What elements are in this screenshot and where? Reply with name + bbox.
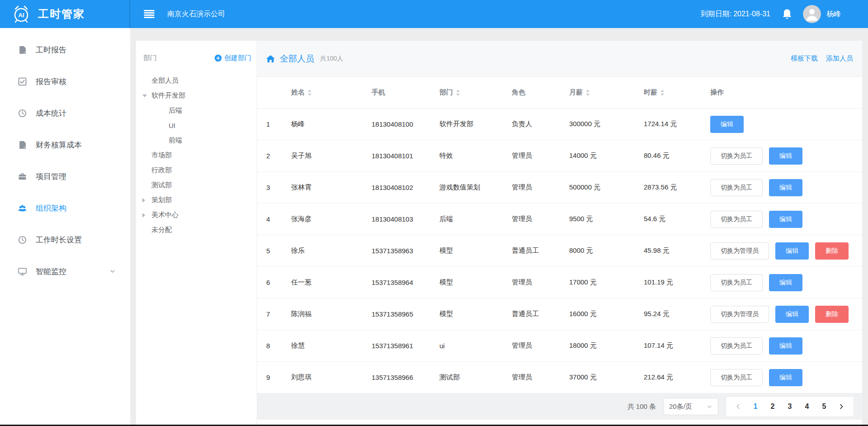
- employee-hourly-salary: 2873.56 元: [644, 183, 710, 192]
- employee-phone: 15371358965: [372, 310, 439, 318]
- tree-item[interactable]: 行政部: [142, 163, 251, 178]
- edit-button[interactable]: 编辑: [769, 211, 802, 228]
- employee-name: 徐乐: [291, 246, 372, 255]
- app-title: 工时管家: [38, 7, 85, 21]
- edit-button[interactable]: 编辑: [769, 369, 802, 386]
- tree-item[interactable]: 后端: [142, 103, 251, 118]
- employee-name: 吴子旭: [291, 151, 372, 160]
- tree-item[interactable]: 前端: [142, 133, 251, 148]
- switch-to-employee-button[interactable]: 切换为员工: [710, 211, 763, 228]
- delete-button[interactable]: 删除: [815, 242, 849, 260]
- tree-item-label: 全部人员: [151, 76, 179, 85]
- tree-item-label: 市场部: [151, 151, 172, 160]
- work-hours-icon: [18, 236, 27, 244]
- switch-to-employee-button[interactable]: 切换为员工: [710, 274, 763, 291]
- switch-to-employee-button[interactable]: 切换为员工: [710, 179, 763, 196]
- edit-button[interactable]: 编辑: [775, 306, 809, 323]
- employee-role: 管理员: [512, 278, 569, 287]
- prev-page-button[interactable]: [730, 403, 747, 410]
- delete-button[interactable]: 删除: [815, 306, 849, 323]
- row-index: 8: [266, 342, 291, 350]
- svg-text:AI: AI: [19, 12, 24, 19]
- cost-stats-icon: [18, 109, 27, 118]
- column-header-时薪[interactable]: 时薪: [644, 88, 710, 97]
- employee-monthly-salary: 16000 元: [569, 310, 644, 318]
- create-department-button[interactable]: 创建部门: [214, 54, 251, 62]
- app-window: AI 工时管家 南京火石演示公司 到期日期:2021-08-31 杨峰 工时报告…: [0, 0, 868, 426]
- switch-to-employee-button[interactable]: 切换为员工: [710, 369, 763, 386]
- sort-carets-icon[interactable]: [660, 89, 665, 96]
- switch-to-admin-button[interactable]: 切换为管理员: [710, 306, 769, 323]
- switch-to-employee-button[interactable]: 切换为员工: [710, 337, 763, 355]
- expiry-date: 到期日期:2021-08-31: [699, 9, 770, 19]
- tree-item[interactable]: 市场部: [142, 148, 251, 163]
- avatar[interactable]: [803, 5, 821, 23]
- edit-button[interactable]: 编辑: [769, 179, 802, 196]
- employee-phone: 18130408103: [372, 215, 439, 223]
- sort-carets-icon[interactable]: [307, 89, 312, 96]
- page-button-4[interactable]: 4: [798, 402, 816, 411]
- page-button-1[interactable]: 1: [747, 402, 764, 411]
- finance-icon: [18, 141, 27, 149]
- employee-monthly-salary: 18000 元: [569, 341, 644, 350]
- tree-item-label: 后端: [169, 106, 182, 115]
- tree-item[interactable]: 软件开发部: [142, 88, 251, 103]
- records-total: 共 100 条: [627, 402, 656, 411]
- department-panel: 部门 创建部门 全部人员 软件开发部 后端 UI 前端 市场部 行政部 测试部: [136, 41, 257, 426]
- edit-button[interactable]: 编辑: [769, 337, 802, 355]
- tree-expand-arrow-icon: [142, 93, 151, 99]
- add-person-link[interactable]: 添加人员: [826, 54, 853, 63]
- column-header-部门[interactable]: 部门: [439, 88, 512, 97]
- tree-item[interactable]: 美术中心: [142, 208, 251, 222]
- bell-icon[interactable]: [782, 9, 792, 19]
- sort-carets-icon[interactable]: [456, 89, 460, 96]
- employee-name: 任一葱: [291, 278, 372, 287]
- edit-button[interactable]: 编辑: [775, 242, 809, 260]
- employee-monthly-salary: 500000 元: [569, 183, 644, 192]
- sidebar-item-work-hours[interactable]: 工作时长设置: [0, 224, 130, 256]
- hamburger-menu-icon[interactable]: [144, 10, 155, 18]
- sort-carets-icon[interactable]: [585, 89, 590, 96]
- user-name[interactable]: 杨峰: [826, 9, 841, 19]
- sidebar-item-finance[interactable]: 财务核算成本: [0, 129, 130, 161]
- sidebar-item-cost-stats[interactable]: 成本统计: [0, 97, 130, 129]
- chevron-down-icon: [109, 268, 116, 275]
- row-actions: 切换为员工编辑: [710, 147, 853, 165]
- page-button-2[interactable]: 2: [764, 402, 781, 411]
- row-actions: 切换为员工编辑: [710, 211, 853, 228]
- sidebar-item-label: 工时报告: [36, 45, 66, 55]
- sidebar-item-project[interactable]: 项目管理: [0, 161, 130, 192]
- sidebar-item-monitor[interactable]: 智能监控: [0, 256, 130, 287]
- tree-item[interactable]: 未分配: [142, 222, 251, 237]
- page-size-select[interactable]: 20条/页: [663, 398, 718, 415]
- sidebar-item-label: 工作时长设置: [36, 235, 82, 245]
- tree-item-label: 软件开发部: [151, 91, 185, 100]
- next-page-button[interactable]: [833, 403, 850, 410]
- employee-role: 普通员工: [512, 246, 569, 255]
- switch-to-employee-button[interactable]: 切换为员工: [710, 147, 763, 165]
- sidebar-item-org[interactable]: 组织架构: [0, 192, 130, 224]
- edit-button[interactable]: 编辑: [710, 116, 744, 133]
- sidebar-item-report[interactable]: 工时报告: [0, 34, 130, 66]
- table-row: 8 徐慧 15371358961 ui 管理员 18000 元 107.14 元…: [257, 330, 862, 362]
- column-header-月薪[interactable]: 月薪: [569, 88, 644, 97]
- switch-to-admin-button[interactable]: 切换为管理员: [710, 242, 769, 260]
- employee-name: 陈润福: [291, 310, 372, 318]
- edit-button[interactable]: 编辑: [769, 147, 802, 165]
- template-download-link[interactable]: 模板下载: [791, 54, 818, 63]
- tree-item[interactable]: 策划部: [142, 193, 251, 208]
- employee-role: 管理员: [512, 183, 569, 192]
- page-button-3[interactable]: 3: [781, 402, 798, 411]
- home-icon[interactable]: [266, 55, 275, 63]
- employee-name: 张海彦: [291, 215, 372, 223]
- page-button-5[interactable]: 5: [816, 402, 833, 411]
- row-actions: 切换为管理员编辑删除: [710, 306, 853, 323]
- tree-item-label: UI: [169, 122, 175, 129]
- tree-item[interactable]: UI: [142, 118, 251, 133]
- row-actions: 切换为管理员编辑删除: [710, 242, 853, 260]
- tree-item[interactable]: 测试部: [142, 178, 251, 193]
- column-header-姓名[interactable]: 姓名: [291, 88, 372, 97]
- edit-button[interactable]: 编辑: [769, 274, 802, 291]
- tree-item[interactable]: 全部人员: [142, 73, 251, 88]
- sidebar-item-audit[interactable]: 报告审核: [0, 66, 130, 97]
